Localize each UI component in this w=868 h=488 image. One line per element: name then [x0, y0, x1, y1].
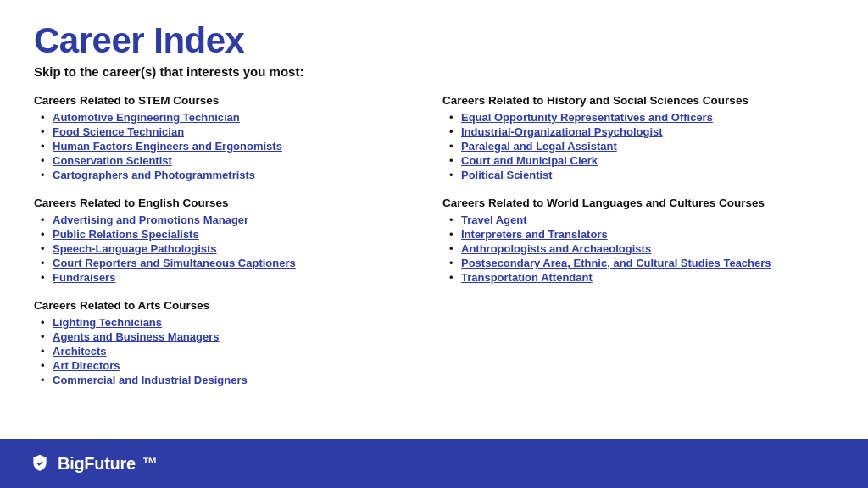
list-item: Transportation Attendant — [449, 271, 834, 284]
link-interpreters[interactable]: Interpreters and Translators — [461, 228, 608, 241]
link-commercial-designers[interactable]: Commercial and Industrial Designers — [53, 374, 248, 386]
list-item: Advertising and Promotions Manager — [41, 214, 426, 226]
list-item: Equal Opportunity Representatives and Of… — [449, 111, 834, 124]
section-stem: Careers Related to STEM Courses Automoti… — [34, 94, 426, 181]
list-item: Court Reporters and Simultaneous Caption… — [41, 257, 426, 269]
link-architects[interactable]: Architects — [53, 345, 107, 358]
list-item: Interpreters and Translators — [449, 228, 834, 241]
list-item: Anthropologists and Archaeologists — [449, 242, 834, 255]
column-right: Careers Related to History and Social Sc… — [442, 94, 834, 402]
link-equal-opportunity[interactable]: Equal Opportunity Representatives and Of… — [461, 111, 713, 124]
columns-container: Careers Related to STEM Courses Automoti… — [34, 94, 834, 402]
column-left: Careers Related to STEM Courses Automoti… — [34, 94, 442, 402]
list-item: Art Directors — [41, 359, 426, 372]
link-transportation-attendant[interactable]: Transportation Attendant — [461, 271, 593, 284]
list-item: Travel Agent — [449, 214, 834, 226]
list-item: Food Science Technician — [41, 125, 426, 138]
section-english-list: Advertising and Promotions Manager Publi… — [34, 214, 426, 284]
link-political-scientist[interactable]: Political Scientist — [461, 169, 553, 181]
section-arts-title: Careers Related to Arts Courses — [34, 299, 426, 312]
link-io-psychologist[interactable]: Industrial-Organizational Psychologist — [461, 125, 663, 138]
link-paralegal[interactable]: Paralegal and Legal Assistant — [461, 140, 617, 152]
list-item: Fundraisers — [41, 271, 426, 284]
link-public-relations[interactable]: Public Relations Specialists — [53, 228, 199, 241]
list-item: Postsecondary Area, Ethnic, and Cultural… — [449, 257, 834, 269]
list-item: Court and Municipal Clerk — [449, 154, 834, 167]
list-item: Speech-Language Pathologists — [41, 242, 426, 255]
link-agents[interactable]: Agents and Business Managers — [53, 330, 220, 343]
link-court-clerk[interactable]: Court and Municipal Clerk — [461, 154, 598, 167]
section-english: Careers Related to English Courses Adver… — [34, 197, 426, 284]
list-item: Automotive Engineering Technician — [41, 111, 426, 124]
link-travel-agent[interactable]: Travel Agent — [461, 214, 527, 226]
list-item: Architects — [41, 345, 426, 358]
section-world-languages: Careers Related to World Languages and C… — [442, 197, 834, 284]
link-anthropologists[interactable]: Anthropologists and Archaeologists — [461, 242, 651, 255]
footer-trademark: ™ — [142, 455, 158, 473]
link-conservation[interactable]: Conservation Scientist — [53, 154, 172, 167]
link-postsecondary[interactable]: Postsecondary Area, Ethnic, and Cultural… — [461, 257, 771, 269]
section-history: Careers Related to History and Social Sc… — [442, 94, 834, 181]
list-item: Cartographers and Photogrammetrists — [41, 169, 426, 181]
shield-icon — [31, 454, 49, 473]
link-fundraisers[interactable]: Fundraisers — [53, 271, 115, 284]
link-food-science[interactable]: Food Science Technician — [53, 125, 184, 138]
list-item: Lighting Technicians — [41, 316, 426, 329]
footer-brand: BigFuture ™ — [31, 454, 158, 474]
link-art-directors[interactable]: Art Directors — [53, 359, 120, 372]
main-content: Career Index Skip to the career(s) that … — [0, 0, 868, 439]
link-lighting[interactable]: Lighting Technicians — [53, 316, 162, 329]
footer-logo-text: BigFuture — [58, 454, 136, 474]
section-world-languages-list: Travel Agent Interpreters and Translator… — [442, 214, 834, 284]
list-item: Paralegal and Legal Assistant — [449, 140, 834, 152]
list-item: Industrial-Organizational Psychologist — [449, 125, 834, 138]
list-item: Public Relations Specialists — [41, 228, 426, 241]
link-automotive[interactable]: Automotive Engineering Technician — [53, 111, 240, 124]
link-cartographers[interactable]: Cartographers and Photogrammetrists — [53, 169, 255, 181]
list-item: Human Factors Engineers and Ergonomists — [41, 140, 426, 152]
section-arts: Careers Related to Arts Courses Lighting… — [34, 299, 426, 386]
list-item: Conservation Scientist — [41, 154, 426, 167]
link-court-reporters[interactable]: Court Reporters and Simultaneous Caption… — [53, 257, 296, 269]
section-stem-list: Automotive Engineering Technician Food S… — [34, 111, 426, 181]
list-item: Commercial and Industrial Designers — [41, 374, 426, 386]
page-subtitle: Skip to the career(s) that interests you… — [34, 64, 834, 79]
list-item: Agents and Business Managers — [41, 330, 426, 343]
section-history-list: Equal Opportunity Representatives and Of… — [442, 111, 834, 181]
section-arts-list: Lighting Technicians Agents and Business… — [34, 316, 426, 386]
section-english-title: Careers Related to English Courses — [34, 197, 426, 209]
link-human-factors[interactable]: Human Factors Engineers and Ergonomists — [53, 140, 282, 152]
footer: BigFuture ™ — [0, 439, 868, 488]
section-world-languages-title: Careers Related to World Languages and C… — [442, 197, 834, 209]
section-stem-title: Careers Related to STEM Courses — [34, 94, 426, 107]
link-speech-language[interactable]: Speech-Language Pathologists — [53, 242, 217, 255]
list-item: Political Scientist — [449, 169, 834, 181]
section-history-title: Careers Related to History and Social Sc… — [442, 94, 834, 107]
page-title: Career Index — [34, 20, 834, 61]
link-advertising[interactable]: Advertising and Promotions Manager — [53, 214, 248, 226]
